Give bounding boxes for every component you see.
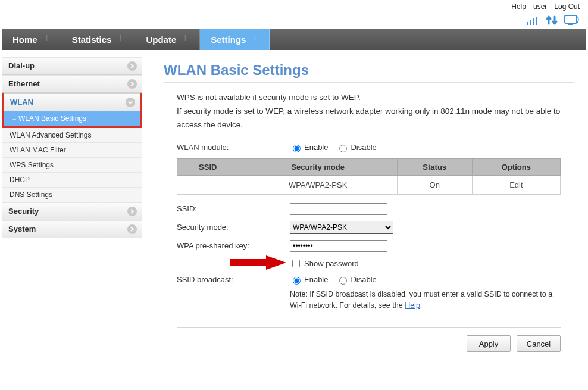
sidebar-item-label: Dial-up — [8, 61, 35, 70]
logout-link[interactable]: Log Out — [554, 2, 580, 11]
radio-label: Enable — [304, 143, 328, 152]
svg-rect-1 — [530, 20, 531, 25]
wlan-module-label: WLAN module: — [177, 143, 290, 152]
sidebar-item-label: Security — [8, 207, 39, 216]
security-mode-select[interactable]: WPA/WPA2-PSK — [290, 221, 393, 234]
cell-ssid — [177, 175, 239, 194]
wlan-module-disable-option[interactable]: Disable — [336, 143, 376, 152]
sidebar-item-label: WPS Settings — [10, 161, 54, 169]
sidebar-subitem-wlan-mac[interactable]: WLAN MAC Filter — [2, 143, 142, 158]
edit-link[interactable]: Edit — [509, 180, 523, 189]
security-mode-label: Security mode: — [177, 223, 290, 232]
radio-label: Disable — [351, 143, 376, 152]
svg-rect-2 — [533, 18, 534, 25]
sidebar-subitem-wlan-basic[interactable]: WLAN Basic Settings — [4, 111, 140, 126]
separator — [177, 327, 561, 328]
radio-label: Disable — [351, 275, 376, 284]
wpa-key-input[interactable] — [290, 240, 387, 252]
sidebar-item-label: DHCP — [10, 176, 30, 184]
nav-update[interactable]: Update⋮ — [135, 29, 200, 50]
show-password-option[interactable]: Show password — [290, 258, 359, 269]
nav-statistics-label: Statistics — [72, 35, 112, 45]
sidebar-item-label: WLAN — [10, 98, 33, 107]
chevron-right-icon — [127, 224, 137, 234]
svg-rect-3 — [536, 17, 537, 25]
svg-rect-4 — [565, 15, 577, 23]
ssid-broadcast-disable-option[interactable]: Disable — [336, 275, 376, 285]
cell-security: WPA/WPA2-PSK — [239, 175, 397, 194]
chevron-down-icon — [126, 98, 135, 107]
cell-status: On — [397, 175, 472, 194]
svg-rect-5 — [568, 24, 573, 25]
nav-home-label: Home — [12, 35, 37, 45]
sidebar-item-ethernet[interactable]: Ethernet — [2, 75, 142, 93]
note-text: Note: If SSID broadcast is disabled, you… — [290, 290, 552, 310]
nav-settings-label: Settings — [211, 35, 246, 45]
sidebar-item-label: WLAN MAC Filter — [10, 146, 66, 154]
intro-line-1: WPS is not available if security mode is… — [177, 91, 561, 105]
checkbox-label: Show password — [304, 259, 359, 268]
sidebar-subitem-wps[interactable]: WPS Settings — [2, 158, 142, 173]
sidebar: Dial-up Ethernet WLAN WLAN Basic Setting… — [2, 57, 142, 238]
wlan-module-disable-radio[interactable] — [339, 145, 347, 152]
sidebar-subitem-dns[interactable]: DNS Settings — [2, 188, 142, 202]
radio-label: Enable — [304, 275, 328, 284]
sidebar-item-wlan[interactable]: WLAN — [4, 93, 140, 111]
sidebar-item-label: DNS Settings — [10, 191, 52, 199]
intro-line-2: If security mode is set to WEP, a wirele… — [177, 105, 561, 132]
main-nav: Home⋮ Statistics⋮ Update⋮ Settings⋮ — [2, 29, 586, 50]
page-title: WLAN Basic Settings — [164, 62, 574, 83]
sidebar-item-dialup[interactable]: Dial-up — [2, 57, 142, 75]
sync-arrows-icon — [545, 14, 558, 26]
nav-settings[interactable]: Settings⋮ — [200, 29, 270, 50]
sidebar-item-system[interactable]: System — [2, 220, 142, 238]
annotation-highlight-box: WLAN WLAN Basic Settings — [2, 92, 142, 128]
help-link[interactable]: Help — [511, 2, 526, 11]
svg-rect-0 — [527, 22, 528, 25]
wpa-key-label: WPA pre-shared key: — [177, 241, 290, 250]
sidebar-item-label: WLAN Basic Settings — [18, 114, 86, 123]
main-content: WLAN Basic Settings WPS is not available… — [142, 57, 588, 370]
sidebar-item-label: WLAN Advanced Settings — [10, 131, 91, 139]
show-password-checkbox[interactable] — [292, 260, 300, 267]
ssid-broadcast-label: SSID broadcast: — [177, 275, 290, 284]
sidebar-subitem-dhcp[interactable]: DHCP — [2, 173, 142, 188]
monitor-icon — [564, 14, 580, 26]
ssid-broadcast-note: Note: If SSID broadcast is disabled, you… — [290, 289, 561, 311]
ssid-label: SSID: — [177, 204, 290, 213]
table-header-status: Status — [397, 158, 472, 175]
nav-home[interactable]: Home⋮ — [2, 29, 61, 50]
wlan-module-enable-option[interactable]: Enable — [290, 143, 328, 152]
sidebar-item-security[interactable]: Security — [2, 202, 142, 220]
apply-button[interactable]: Apply — [467, 335, 511, 352]
table-header-security: Security mode — [239, 158, 397, 175]
cancel-button[interactable]: Cancel — [517, 335, 561, 352]
svg-marker-6 — [230, 255, 286, 270]
sidebar-subitem-wlan-advanced[interactable]: WLAN Advanced Settings — [2, 128, 142, 143]
user-link[interactable]: user — [533, 2, 547, 11]
sidebar-item-label: Ethernet — [8, 79, 40, 88]
signal-icon — [526, 15, 539, 26]
nav-statistics[interactable]: Statistics⋮ — [61, 29, 136, 50]
nav-update-label: Update — [146, 35, 176, 45]
sidebar-item-label: System — [8, 224, 36, 233]
ssid-broadcast-enable-radio[interactable] — [293, 277, 301, 285]
table-row: WPA/WPA2-PSK On Edit — [177, 175, 561, 194]
chevron-right-icon — [127, 61, 137, 71]
table-header-ssid: SSID — [177, 158, 239, 175]
ssid-broadcast-enable-option[interactable]: Enable — [290, 275, 328, 285]
ssid-broadcast-disable-radio[interactable] — [339, 277, 347, 285]
chevron-right-icon — [127, 207, 137, 216]
ssid-input[interactable] — [290, 203, 387, 215]
chevron-right-icon — [127, 79, 137, 89]
ssid-table: SSID Security mode Status Options WPA/WP… — [177, 158, 561, 195]
table-header-options: Options — [472, 158, 560, 175]
help-inline-link[interactable]: Help — [405, 301, 420, 310]
wlan-module-enable-radio[interactable] — [293, 145, 301, 152]
intro-text: WPS is not available if security mode is… — [177, 91, 561, 132]
